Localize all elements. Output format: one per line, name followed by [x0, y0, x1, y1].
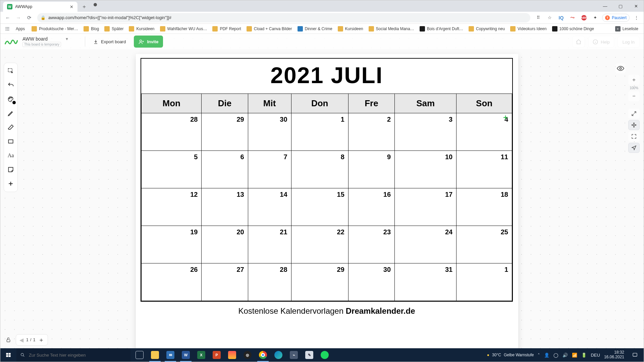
- bookmark-item[interactable]: Dinner & Crime: [295, 24, 335, 33]
- calendar-date-number: 1: [457, 264, 512, 274]
- tray-wifi-icon[interactable]: 📶: [572, 353, 577, 358]
- bookmark-label: Cload + Canva Bilder: [254, 26, 292, 31]
- new-tab-button[interactable]: ＋: [79, 2, 89, 11]
- invite-button[interactable]: Invite: [134, 36, 163, 48]
- maximize-button[interactable]: ▢: [613, 0, 628, 12]
- spotify-app-icon[interactable]: [317, 348, 332, 362]
- add-tool[interactable]: [5, 177, 17, 190]
- calendar-date-number: 29: [292, 264, 348, 274]
- svg-point-4: [7, 28, 8, 29]
- taskbar-search-input[interactable]: [28, 352, 126, 358]
- weather-widget[interactable]: ● 30°C Gelbe Warnstufe: [487, 353, 534, 357]
- svg-point-2: [8, 27, 9, 27]
- close-window-button[interactable]: ✕: [628, 0, 644, 12]
- taskbar-search[interactable]: [16, 348, 130, 362]
- task-view-icon[interactable]: [132, 348, 147, 362]
- zoom-out-button[interactable]: −: [628, 91, 640, 101]
- sticky-note-tool[interactable]: [5, 163, 17, 176]
- mail-app-icon[interactable]: ✉: [163, 348, 178, 362]
- bookmark-item[interactable]: Social Media Mana…: [366, 24, 417, 33]
- board-name-dropdown[interactable]: AWW board ▼ This board is temporary: [21, 36, 82, 47]
- omnibox[interactable]: 🔒 awwapp.com/home/?dis=[["no-init-modal"…: [37, 13, 530, 22]
- extensions-menu-icon[interactable]: ✦: [591, 13, 600, 22]
- word-app-icon[interactable]: W: [178, 348, 194, 362]
- start-button[interactable]: [0, 348, 16, 362]
- pan-mode-button[interactable]: [628, 120, 640, 130]
- bookmark-item[interactable]: Später: [102, 24, 126, 33]
- zoom-in-button[interactable]: ＋: [628, 75, 640, 85]
- calendar-cell: 19: [142, 226, 202, 263]
- profile-chip[interactable]: T Pausiert: [602, 14, 630, 22]
- file-explorer-icon[interactable]: [147, 348, 163, 362]
- close-tab-icon[interactable]: ✕: [70, 4, 73, 9]
- extension-tag-icon[interactable]: ⤳: [568, 13, 577, 22]
- page-add-button[interactable]: ＋: [37, 336, 46, 344]
- bookmark-label: 1000 schöne Dinge: [559, 26, 594, 31]
- minimize-button[interactable]: —: [597, 0, 613, 12]
- bookmark-item[interactable]: Kursideen: [335, 24, 366, 33]
- reading-list-button[interactable]: ≡ Leseliste: [612, 24, 641, 33]
- bookmark-item[interactable]: Produktsuche - Mer…: [29, 24, 81, 33]
- apps-launcher-icon[interactable]: [3, 26, 12, 31]
- bookmark-item[interactable]: Cload + Canva Bilder: [244, 24, 295, 33]
- bookmark-item[interactable]: PDF Report: [210, 24, 244, 33]
- visibility-icon[interactable]: [615, 63, 626, 73]
- eraser-tool[interactable]: [5, 121, 17, 134]
- nav-back-button[interactable]: ←: [3, 13, 12, 22]
- action-center-icon[interactable]: [628, 352, 642, 358]
- powerpoint-app-icon[interactable]: P: [209, 348, 224, 362]
- reader-app-icon[interactable]: ⌁: [286, 348, 302, 362]
- text-tool[interactable]: Aa: [5, 149, 17, 162]
- svg-rect-23: [633, 353, 637, 356]
- expand-view-button[interactable]: [628, 109, 640, 119]
- select-tool[interactable]: [5, 64, 17, 78]
- tray-people-icon[interactable]: 👤: [544, 353, 549, 358]
- bookmark-item[interactable]: Bois d'Argent Duft…: [417, 24, 466, 33]
- undo-tool[interactable]: [5, 78, 17, 92]
- calendar-date-number: 15: [292, 189, 348, 198]
- edge-app-icon[interactable]: [271, 348, 286, 362]
- svg-point-9: [140, 40, 142, 42]
- nav-reload-button[interactable]: ⟳: [24, 13, 34, 22]
- tray-battery-icon[interactable]: 🔋: [581, 353, 587, 358]
- tab-search-icon[interactable]: [94, 3, 97, 6]
- bookmark-star-icon[interactable]: ☆: [545, 13, 554, 22]
- tray-language-label[interactable]: DEU: [591, 353, 600, 358]
- export-board-button[interactable]: Export board: [89, 36, 130, 48]
- brave-app-icon[interactable]: [224, 348, 240, 362]
- svg-point-5: [8, 28, 9, 29]
- shape-tool[interactable]: [5, 135, 17, 148]
- browser-tab-active[interactable]: W AWWApp ✕: [3, 2, 77, 12]
- svg-rect-21: [9, 355, 11, 357]
- tray-chevron-up-icon[interactable]: ˄: [538, 353, 540, 358]
- obs-app-icon[interactable]: ◎: [240, 348, 255, 362]
- extension-adblock-icon[interactable]: ABP: [579, 13, 589, 22]
- nav-forward-button[interactable]: →: [14, 13, 23, 22]
- svg-point-8: [8, 29, 9, 30]
- bookmark-item[interactable]: Blog: [81, 24, 102, 33]
- extension-iq-icon[interactable]: IQ: [556, 13, 566, 22]
- calendar-day-header: Mit: [248, 94, 291, 113]
- aww-logo[interactable]: [4, 37, 18, 47]
- page-prev-button[interactable]: ◀: [18, 337, 25, 343]
- translate-icon[interactable]: ⠿: [534, 13, 543, 22]
- fit-view-button[interactable]: [628, 131, 640, 141]
- tray-location-icon[interactable]: ◯: [553, 353, 558, 358]
- bookmark-item[interactable]: Videokurs Ideen: [507, 24, 549, 33]
- color-palette-tool[interactable]: [5, 93, 17, 106]
- bookmarks-apps-label[interactable]: Apps: [13, 24, 28, 33]
- notes-app-icon[interactable]: ✎: [302, 348, 317, 362]
- calendar-document[interactable]: 2021 JULI MonDieMitDonFreSamSon 28293012…: [141, 58, 513, 318]
- bookmark-item[interactable]: Copywriting neu: [466, 24, 507, 33]
- excel-app-icon[interactable]: X: [194, 348, 209, 362]
- chrome-menu-icon[interactable]: ⋮: [632, 13, 641, 22]
- bookmark-item[interactable]: Wahlfächer WU Aus…: [157, 24, 210, 33]
- bookmark-item[interactable]: Kursideen: [126, 24, 157, 33]
- bookmark-item[interactable]: 1000 schöne Dinge: [549, 24, 597, 33]
- navigate-button[interactable]: [628, 143, 640, 153]
- tray-clock[interactable]: 18:32 16.06.2021: [604, 350, 624, 360]
- lock-board-icon[interactable]: [4, 334, 13, 346]
- tray-volume-icon[interactable]: 🔊: [562, 353, 568, 358]
- chrome-app-icon[interactable]: [255, 348, 271, 362]
- pen-tool[interactable]: [5, 107, 17, 120]
